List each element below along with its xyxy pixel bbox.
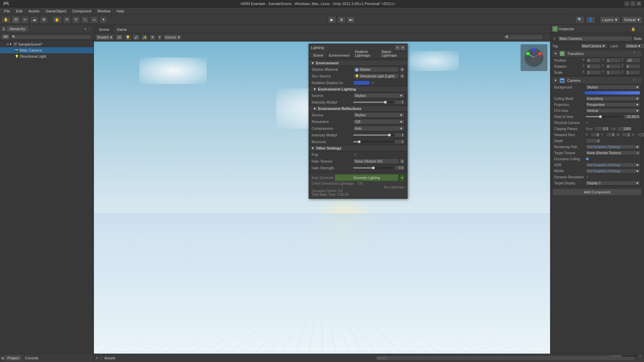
- hierarchy-all-btn[interactable]: All: [2, 35, 9, 39]
- toolbar-search[interactable]: 🔍: [575, 16, 585, 23]
- generate-dropdown-arrow[interactable]: ▼: [400, 174, 405, 181]
- shadow-color-swatch[interactable]: [353, 80, 370, 85]
- scale-x-field[interactable]: 1: [586, 70, 601, 75]
- halo-strength-track[interactable]: [353, 167, 393, 169]
- tool-move[interactable]: ✛: [12, 16, 20, 23]
- scene-lighting-btn[interactable]: 💡: [124, 34, 131, 41]
- env-refl-bounces-number[interactable]: 1: [394, 139, 405, 144]
- shadow-color-edit-icon[interactable]: ✏: [372, 81, 374, 85]
- zoom-minus-btn[interactable]: −: [607, 354, 609, 358]
- scene-search[interactable]: 🔍: [503, 35, 543, 40]
- maximize-button[interactable]: □: [631, 1, 635, 6]
- default-dropdown[interactable]: Default ▼: [622, 16, 643, 23]
- scene-2d-btn[interactable]: 2D: [115, 34, 123, 41]
- zoom-slider[interactable]: [611, 355, 638, 357]
- msaa-dropdown[interactable]: Use Graphics Settings ▼: [586, 169, 640, 173]
- hierarchy-item-samplescene[interactable]: ⚙ ▼ 🎬 SampleScene* ⋮: [0, 41, 94, 47]
- hierarchy-add-icon[interactable]: +: [85, 27, 87, 31]
- game-tab[interactable]: Game: [113, 26, 130, 33]
- halo-texture-pick-btn[interactable]: ⊙: [400, 159, 405, 164]
- inspector-options-icon[interactable]: ⋮: [638, 27, 642, 31]
- camera-menu-icon[interactable]: ⋮: [637, 78, 640, 82]
- transform-header[interactable]: ▼ T Transform ? ⋮: [552, 50, 642, 57]
- env-intensity-track[interactable]: [353, 102, 393, 103]
- scale-z-field[interactable]: 1: [626, 70, 640, 75]
- object-name-field[interactable]: Main Camera: [558, 36, 632, 41]
- zoom-plus-btn[interactable]: +: [639, 354, 641, 358]
- near-value[interactable]: 0.3: [594, 126, 609, 131]
- menu-gameobject[interactable]: GameObject: [43, 8, 69, 14]
- menu-edit[interactable]: Edit: [13, 8, 25, 14]
- rotation-y-field[interactable]: 0: [606, 64, 621, 69]
- occlusion-checkbox[interactable]: [586, 157, 589, 161]
- inspector-lock-icon[interactable]: 🔒: [631, 27, 636, 31]
- halo-strength-number[interactable]: 0.5: [394, 166, 405, 170]
- far-value[interactable]: 1000: [617, 126, 632, 131]
- scene-shading-dropdown[interactable]: Shaded ▼: [95, 34, 114, 41]
- menu-window[interactable]: Window: [95, 8, 113, 14]
- position-x-field[interactable]: 0: [586, 58, 601, 63]
- scene-options-btn[interactable]: ⋮: [546, 36, 549, 39]
- fov-track[interactable]: [586, 116, 623, 117]
- target-texture-dropdown[interactable]: None (Render Texture) ⊙: [586, 150, 640, 155]
- view-options-btn[interactable]: ⋮: [546, 29, 549, 33]
- object-enable-checkbox[interactable]: [552, 37, 556, 41]
- target-texture-circle[interactable]: ⊙: [637, 152, 639, 155]
- scene-tab[interactable]: Scene: [95, 26, 113, 33]
- vp-x[interactable]: 0: [591, 132, 600, 137]
- step-button[interactable]: ⏭: [346, 16, 355, 23]
- dynamic-res-checkbox[interactable]: [586, 175, 589, 179]
- menu-help[interactable]: Help: [114, 8, 127, 14]
- transform-menu-icon[interactable]: ⋮: [637, 52, 640, 55]
- skybox-material-pick-btn[interactable]: ⊙: [400, 67, 405, 72]
- vp-y[interactable]: 0: [606, 132, 615, 137]
- env-refl-intensity-track[interactable]: [353, 134, 393, 136]
- lighting-tab-baked[interactable]: Baked Lightmaps: [379, 49, 403, 58]
- hierarchy-item-directionallight[interactable]: 💡 Directional Light: [0, 53, 94, 59]
- vp-h[interactable]: 1: [637, 132, 644, 137]
- camera-color-bar[interactable]: [584, 91, 640, 95]
- menu-assets[interactable]: Assets: [26, 8, 42, 14]
- toolbar-undo[interactable]: ↩: [21, 16, 29, 23]
- hierarchy-options-btn[interactable]: ⋮: [89, 43, 92, 46]
- layer-dropdown[interactable]: Default ▼: [625, 43, 644, 49]
- toolbar-settings[interactable]: ⚙: [40, 16, 48, 23]
- lighting-tab-scene[interactable]: Scene: [310, 52, 326, 58]
- toolbar-account[interactable]: 👤: [586, 16, 595, 23]
- env-reflections-header[interactable]: ▼ Environment Reflections: [309, 106, 407, 112]
- project-options-icon[interactable]: ⋮: [89, 356, 92, 360]
- hierarchy-menu-icon[interactable]: ☰: [2, 27, 5, 31]
- transform-info-icon[interactable]: ?: [633, 52, 635, 55]
- position-y-field[interactable]: 1: [606, 58, 621, 63]
- tool-transform-scale[interactable]: ⤡: [81, 16, 89, 23]
- menu-file[interactable]: File: [1, 8, 13, 14]
- tool-transform-move[interactable]: ✛: [63, 16, 71, 23]
- target-display-dropdown[interactable]: Display 1 ▼: [586, 181, 640, 185]
- camera-header[interactable]: ▼ 📷 Camera ? ⋮: [552, 77, 642, 84]
- hierarchy-settings-icon[interactable]: ⚙: [6, 43, 9, 46]
- scene-hidden-btn[interactable]: 👁: [149, 34, 156, 41]
- hierarchy-tab[interactable]: Hierarchy: [7, 26, 28, 32]
- env-refl-bounces-track[interactable]: [353, 141, 393, 142]
- environment-section-header[interactable]: ▼ Environment: [309, 60, 407, 66]
- lighting-tab-realtime[interactable]: Realtime Lightmaps: [352, 49, 379, 58]
- assets-search-input[interactable]: [375, 355, 636, 361]
- scene-gizmos-dropdown[interactable]: Gizmos ▼: [163, 34, 182, 41]
- lighting-tab-environment[interactable]: Environment: [326, 52, 352, 58]
- env-refl-source-dropdown[interactable]: Skybox ▼: [353, 112, 405, 118]
- generate-lighting-button[interactable]: Generate Lighting: [335, 174, 398, 181]
- rotation-z-field[interactable]: 0: [626, 64, 640, 69]
- pause-button[interactable]: ⏸: [337, 16, 346, 23]
- scale-y-field[interactable]: 1: [606, 70, 621, 75]
- tool-transform-rect[interactable]: ▭: [90, 16, 98, 23]
- menu-component[interactable]: Component: [69, 8, 94, 14]
- fog-checkbox[interactable]: [353, 153, 357, 157]
- scene-grid-btn[interactable]: #: [157, 34, 162, 41]
- console-tab[interactable]: Console: [22, 355, 41, 361]
- rotation-x-field[interactable]: 0: [586, 64, 601, 69]
- project-expand-icon[interactable]: ⊞: [1, 356, 4, 360]
- project-tab[interactable]: Project: [5, 355, 21, 361]
- camera-bg-dropdown[interactable]: Skybox ▼: [586, 85, 640, 89]
- tool-transform-rotate[interactable]: ↻: [72, 16, 80, 23]
- minimize-button[interactable]: ─: [625, 1, 629, 6]
